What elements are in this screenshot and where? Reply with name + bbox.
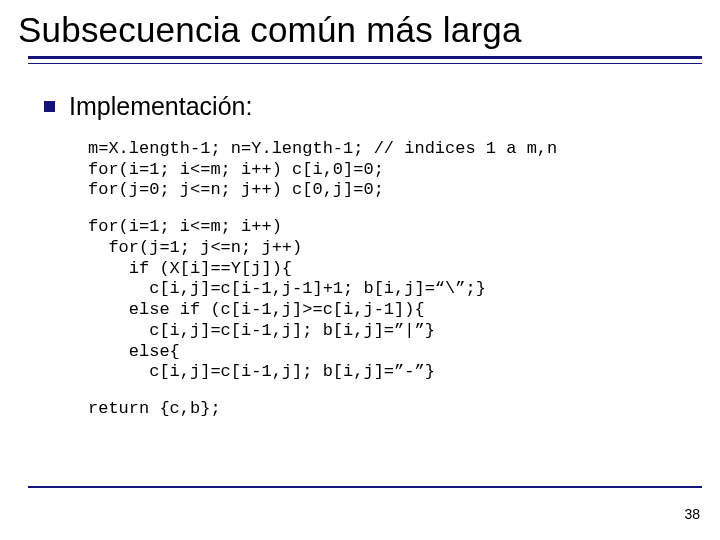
code-block-1: m=X.length-1; n=Y.length-1; // indices 1…: [44, 139, 702, 201]
bullet-text: Implementación:: [69, 92, 252, 121]
title-rule-thick: [28, 56, 702, 59]
bullet-row: Implementación:: [44, 92, 702, 121]
content-area: Implementación: m=X.length-1; n=Y.length…: [0, 64, 720, 420]
slide-title: Subsecuencia común más larga: [18, 10, 702, 56]
code-block-3: return {c,b};: [44, 399, 702, 420]
title-wrap: Subsecuencia común más larga: [0, 0, 720, 56]
code-gap-2: [44, 383, 702, 399]
square-bullet-icon: [44, 101, 55, 112]
code-block-2: for(i=1; i<=m; i++) for(j=1; j<=n; j++) …: [44, 217, 702, 383]
slide: Subsecuencia común más larga Implementac…: [0, 0, 720, 540]
page-number: 38: [684, 506, 700, 522]
bottom-rule: [28, 486, 702, 488]
code-gap-1: [44, 201, 702, 217]
